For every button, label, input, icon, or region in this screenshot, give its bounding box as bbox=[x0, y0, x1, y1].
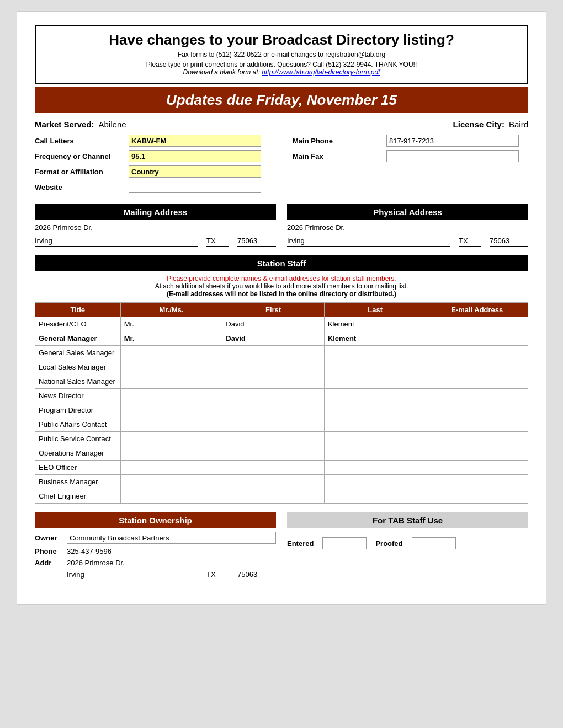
staff-email[interactable] bbox=[426, 331, 528, 346]
staff-salutation[interactable] bbox=[120, 417, 222, 432]
staff-first-input[interactable] bbox=[226, 363, 321, 371]
staff-last[interactable] bbox=[324, 389, 426, 403]
staff-email-input[interactable] bbox=[429, 478, 524, 486]
staff-last[interactable] bbox=[324, 475, 426, 489]
staff-last[interactable] bbox=[324, 374, 426, 389]
staff-last[interactable] bbox=[324, 432, 426, 446]
staff-email[interactable] bbox=[426, 432, 528, 446]
staff-salutation-input[interactable] bbox=[124, 334, 219, 342]
staff-first-input[interactable] bbox=[226, 435, 321, 443]
staff-email-input[interactable] bbox=[429, 406, 524, 414]
staff-salutation-input[interactable] bbox=[124, 463, 219, 472]
format-input[interactable] bbox=[129, 165, 261, 178]
staff-salutation[interactable] bbox=[120, 403, 222, 417]
staff-first-input[interactable] bbox=[226, 463, 321, 472]
staff-salutation-input[interactable] bbox=[124, 435, 219, 443]
staff-email-input[interactable] bbox=[429, 363, 524, 371]
staff-salutation-input[interactable] bbox=[124, 320, 219, 328]
staff-first-input[interactable] bbox=[226, 420, 321, 429]
staff-last-input[interactable] bbox=[328, 320, 423, 328]
staff-email-input[interactable] bbox=[429, 377, 524, 386]
staff-last[interactable] bbox=[324, 403, 426, 417]
staff-first-input[interactable] bbox=[226, 478, 321, 486]
staff-email[interactable] bbox=[426, 475, 528, 489]
staff-email-input[interactable] bbox=[429, 435, 524, 443]
staff-salutation[interactable] bbox=[120, 446, 222, 461]
staff-salutation[interactable] bbox=[120, 475, 222, 489]
staff-last[interactable] bbox=[324, 461, 426, 475]
staff-last-input[interactable] bbox=[328, 363, 423, 371]
staff-first-input[interactable] bbox=[226, 492, 321, 500]
website-input[interactable] bbox=[129, 181, 261, 193]
staff-first[interactable] bbox=[222, 446, 325, 461]
staff-last-input[interactable] bbox=[328, 349, 423, 357]
staff-last-input[interactable] bbox=[328, 334, 423, 342]
staff-last-input[interactable] bbox=[328, 463, 423, 472]
staff-first[interactable] bbox=[222, 374, 325, 389]
staff-salutation[interactable] bbox=[120, 389, 222, 403]
staff-last-input[interactable] bbox=[328, 435, 423, 443]
staff-email[interactable] bbox=[426, 360, 528, 374]
staff-first-input[interactable] bbox=[226, 392, 321, 400]
staff-last-input[interactable] bbox=[328, 478, 423, 486]
staff-first[interactable] bbox=[222, 417, 325, 432]
staff-email-input[interactable] bbox=[429, 420, 524, 429]
staff-last-input[interactable] bbox=[328, 420, 423, 429]
staff-last[interactable] bbox=[324, 417, 426, 432]
staff-salutation-input[interactable] bbox=[124, 377, 219, 386]
staff-first[interactable] bbox=[222, 389, 325, 403]
staff-salutation[interactable] bbox=[120, 489, 222, 504]
staff-email-input[interactable] bbox=[429, 334, 524, 342]
proofed-input[interactable] bbox=[412, 537, 456, 549]
staff-last-input[interactable] bbox=[328, 392, 423, 400]
main-fax-input[interactable] bbox=[386, 150, 519, 162]
staff-first-input[interactable] bbox=[226, 449, 321, 457]
staff-email[interactable] bbox=[426, 417, 528, 432]
staff-email[interactable] bbox=[426, 346, 528, 360]
staff-first-input[interactable] bbox=[226, 377, 321, 386]
staff-first[interactable] bbox=[222, 461, 325, 475]
staff-first[interactable] bbox=[222, 317, 325, 331]
staff-first[interactable] bbox=[222, 331, 325, 346]
staff-first[interactable] bbox=[222, 360, 325, 374]
staff-salutation-input[interactable] bbox=[124, 420, 219, 429]
staff-first[interactable] bbox=[222, 403, 325, 417]
staff-email[interactable] bbox=[426, 374, 528, 389]
staff-email-input[interactable] bbox=[429, 463, 524, 472]
staff-last[interactable] bbox=[324, 317, 426, 331]
staff-email-input[interactable] bbox=[429, 392, 524, 400]
staff-email-input[interactable] bbox=[429, 349, 524, 357]
staff-first[interactable] bbox=[222, 346, 325, 360]
staff-salutation[interactable] bbox=[120, 374, 222, 389]
staff-email[interactable] bbox=[426, 317, 528, 331]
staff-salutation[interactable] bbox=[120, 317, 222, 331]
staff-first-input[interactable] bbox=[226, 406, 321, 414]
staff-salutation[interactable] bbox=[120, 360, 222, 374]
staff-email[interactable] bbox=[426, 403, 528, 417]
call-letters-input[interactable] bbox=[129, 135, 261, 147]
staff-email-input[interactable] bbox=[429, 449, 524, 457]
staff-first-input[interactable] bbox=[226, 320, 321, 328]
staff-first-input[interactable] bbox=[226, 349, 321, 357]
staff-last-input[interactable] bbox=[328, 377, 423, 386]
staff-last[interactable] bbox=[324, 446, 426, 461]
staff-salutation-input[interactable] bbox=[124, 363, 219, 371]
owner-input[interactable] bbox=[67, 532, 276, 544]
staff-first[interactable] bbox=[222, 475, 325, 489]
staff-last-input[interactable] bbox=[328, 406, 423, 414]
staff-salutation-input[interactable] bbox=[124, 392, 219, 400]
staff-last[interactable] bbox=[324, 331, 426, 346]
staff-last[interactable] bbox=[324, 346, 426, 360]
staff-salutation[interactable] bbox=[120, 346, 222, 360]
staff-last[interactable] bbox=[324, 360, 426, 374]
staff-email[interactable] bbox=[426, 446, 528, 461]
staff-email[interactable] bbox=[426, 461, 528, 475]
staff-email-input[interactable] bbox=[429, 492, 524, 500]
staff-email-input[interactable] bbox=[429, 320, 524, 328]
frequency-input[interactable] bbox=[129, 150, 261, 162]
staff-salutation[interactable] bbox=[120, 432, 222, 446]
staff-salutation-input[interactable] bbox=[124, 449, 219, 457]
staff-first[interactable] bbox=[222, 432, 325, 446]
staff-email[interactable] bbox=[426, 389, 528, 403]
staff-first-input[interactable] bbox=[226, 334, 321, 342]
